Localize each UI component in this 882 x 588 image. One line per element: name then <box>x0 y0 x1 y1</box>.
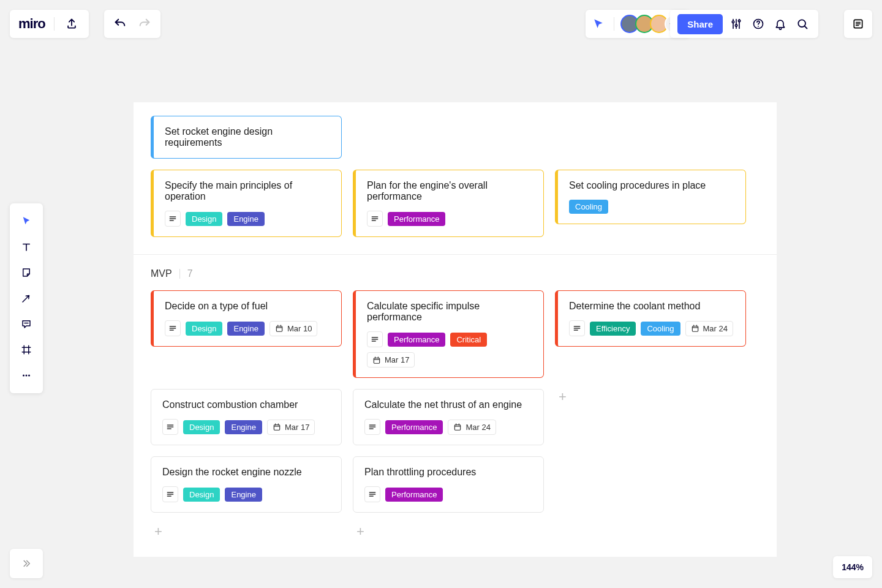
add-card-button[interactable]: + <box>555 389 567 405</box>
date-chip[interactable]: Mar 24 <box>448 420 496 435</box>
more-tools[interactable] <box>15 364 38 387</box>
history-container <box>104 10 160 38</box>
tag-critical[interactable]: Critical <box>450 333 487 347</box>
description-icon <box>364 486 380 502</box>
section-count: 7 <box>187 268 193 279</box>
card-title: Set rocket engine design requirements <box>165 126 330 148</box>
card[interactable]: Plan for the engine's overall performanc… <box>353 170 544 237</box>
panel-toggle[interactable] <box>844 10 872 38</box>
card-title: Construct combustion chamber <box>162 399 330 410</box>
date-chip[interactable]: Mar 24 <box>685 321 733 336</box>
section-top: Set rocket engine design requirements Sp… <box>134 102 777 254</box>
select-tool[interactable] <box>15 209 38 233</box>
card[interactable]: Decide on a type of fuel Design Engine M… <box>151 290 342 347</box>
add-card-cell: + <box>555 389 746 405</box>
tag-performance[interactable]: Performance <box>388 333 445 347</box>
date-chip[interactable]: Mar 10 <box>270 321 317 336</box>
tag-design[interactable]: Design <box>183 488 220 502</box>
card-title: Plan throttling procedures <box>364 467 532 478</box>
section-name: MVP <box>151 268 172 279</box>
add-card-button[interactable]: + <box>151 524 162 540</box>
tag-design[interactable]: Design <box>183 420 220 434</box>
card-title: Specify the main principles of operation <box>165 180 330 202</box>
svg-point-0 <box>732 21 734 23</box>
svg-rect-12 <box>692 326 698 332</box>
tag-engine[interactable]: Engine <box>225 420 262 434</box>
svg-rect-11 <box>374 358 379 363</box>
card[interactable]: Calculate the net thrust of an engine Pe… <box>353 389 544 445</box>
description-icon <box>162 419 178 435</box>
top-controls: Share <box>670 10 818 38</box>
tag-cooling[interactable]: Cooling <box>641 322 680 336</box>
bell-icon[interactable] <box>772 15 789 32</box>
svg-point-7 <box>23 375 24 377</box>
sticky-note-tool[interactable] <box>15 261 38 284</box>
svg-rect-14 <box>455 425 461 431</box>
description-icon <box>367 211 383 227</box>
separator <box>614 17 614 31</box>
left-toolbar <box>10 203 43 393</box>
settings-icon[interactable] <box>728 15 745 32</box>
date-chip[interactable]: Mar 17 <box>267 420 315 435</box>
svg-point-9 <box>28 375 30 377</box>
tag-performance[interactable]: Performance <box>388 212 445 226</box>
undo-icon[interactable] <box>111 15 129 32</box>
logo-container: miro <box>10 10 89 38</box>
frame-tool[interactable] <box>15 338 38 361</box>
svg-rect-13 <box>274 425 279 431</box>
card-title: Calculate the net thrust of an engine <box>364 399 532 410</box>
export-icon[interactable] <box>63 15 80 32</box>
description-icon <box>364 419 380 435</box>
tag-performance[interactable]: Performance <box>385 420 443 434</box>
card[interactable]: Plan throttling procedures Performance <box>353 456 544 513</box>
comment-tool[interactable] <box>15 312 38 336</box>
description-icon <box>367 331 383 347</box>
redo-icon[interactable] <box>136 15 153 32</box>
date-chip[interactable]: Mar 17 <box>367 352 415 368</box>
cursor-icon <box>593 18 604 29</box>
tag-cooling[interactable]: Cooling <box>569 200 608 214</box>
card-title: Determine the coolant method <box>569 301 734 312</box>
card[interactable]: Set cooling procedures in place Cooling <box>555 170 746 224</box>
card[interactable]: Design the rocket engine nozzle Design E… <box>151 456 342 513</box>
description-icon <box>165 320 181 336</box>
app-logo[interactable]: miro <box>18 16 45 32</box>
card[interactable]: Determine the coolant method Efficiency … <box>555 290 746 347</box>
section-mvp: MVP 7 Decide on a type of fuel Design En… <box>134 255 777 557</box>
add-card-cell: + <box>353 524 544 540</box>
zoom-level[interactable]: 144% <box>833 556 872 578</box>
search-icon[interactable] <box>794 15 811 32</box>
tag-design[interactable]: Design <box>186 322 222 336</box>
section-header[interactable]: MVP 7 <box>151 268 760 279</box>
tag-efficiency[interactable]: Efficiency <box>590 322 636 336</box>
card[interactable]: Specify the main principles of operation… <box>151 170 342 237</box>
expand-toolbar[interactable] <box>10 549 43 578</box>
description-icon <box>165 211 181 227</box>
card[interactable]: Construct combustion chamber Design Engi… <box>151 389 342 445</box>
svg-point-8 <box>26 375 28 377</box>
card-title: Set cooling procedures in place <box>569 180 734 191</box>
tag-performance[interactable]: Performance <box>385 488 443 502</box>
svg-rect-10 <box>276 326 282 332</box>
tag-engine[interactable]: Engine <box>225 488 262 502</box>
card-title: Plan for the engine's overall performanc… <box>367 180 532 202</box>
svg-point-2 <box>738 20 740 21</box>
description-icon <box>569 320 585 336</box>
card-title: Calculate specific impulse performance <box>367 301 532 323</box>
description-icon <box>162 486 178 502</box>
card-title: Decide on a type of fuel <box>165 301 330 312</box>
add-card-button[interactable]: + <box>353 524 364 540</box>
card[interactable]: Calculate specific impulse performance P… <box>353 290 544 378</box>
card-title: Design the rocket engine nozzle <box>162 467 330 478</box>
card[interactable]: Set rocket engine design requirements <box>151 116 342 159</box>
tag-engine[interactable]: Engine <box>227 322 264 336</box>
share-button[interactable]: Share <box>677 14 723 34</box>
kanban-board[interactable]: Set rocket engine design requirements Sp… <box>134 102 777 557</box>
tag-design[interactable]: Design <box>186 212 222 226</box>
text-tool[interactable] <box>15 235 38 258</box>
separator <box>179 269 180 279</box>
svg-point-1 <box>735 24 737 26</box>
tag-engine[interactable]: Engine <box>227 212 264 226</box>
help-icon[interactable] <box>750 15 767 32</box>
arrow-tool[interactable] <box>15 287 38 310</box>
